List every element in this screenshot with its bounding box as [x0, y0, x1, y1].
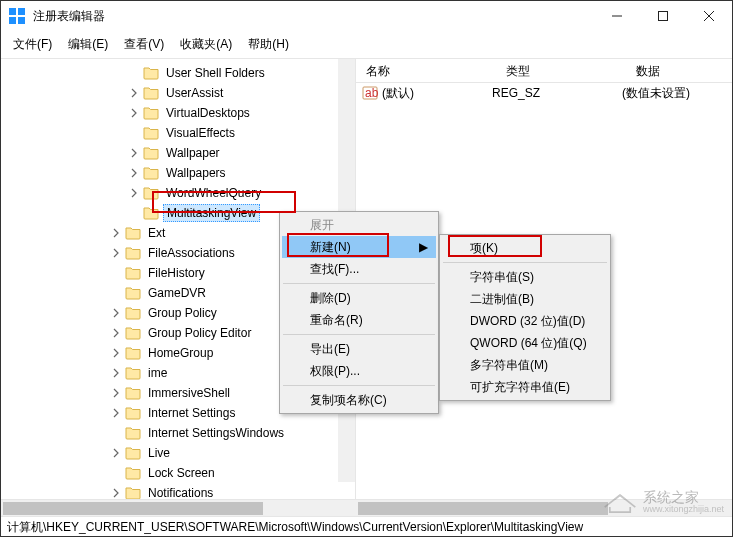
tree-expand-icon[interactable] — [127, 86, 141, 100]
menu-edit[interactable]: 编辑(E) — [62, 33, 114, 56]
folder-icon — [143, 126, 159, 140]
tree-expand-icon[interactable] — [109, 366, 123, 380]
ctx-new[interactable]: 新建(N) ▶ — [282, 236, 436, 258]
tree-node-label: Group Policy Editor — [145, 325, 254, 341]
tree-expand-icon[interactable] — [127, 186, 141, 200]
menubar: 文件(F) 编辑(E) 查看(V) 收藏夹(A) 帮助(H) — [1, 31, 732, 59]
separator — [283, 283, 435, 284]
folder-icon — [143, 166, 159, 180]
menu-favorites[interactable]: 收藏夹(A) — [174, 33, 238, 56]
tree-node[interactable]: VisualEffects — [1, 123, 355, 143]
tree-node-label: Group Policy — [145, 305, 220, 321]
ctx-new-expandstring[interactable]: 可扩充字符串值(E) — [442, 376, 608, 398]
ctx-delete[interactable]: 删除(D) — [282, 287, 436, 309]
tree-expand-icon[interactable] — [109, 226, 123, 240]
column-header-name[interactable]: 名称 — [356, 59, 496, 82]
separator — [283, 334, 435, 335]
ctx-new-dword[interactable]: DWORD (32 位)值(D) — [442, 310, 608, 332]
list-scrollbar-horizontal[interactable] — [356, 499, 732, 516]
tree-node[interactable]: User Shell Folders — [1, 63, 355, 83]
tree-expand-icon[interactable] — [109, 406, 123, 420]
value-name: (默认) — [382, 85, 414, 102]
tree-expand-icon[interactable] — [127, 166, 141, 180]
svg-rect-3 — [18, 17, 25, 24]
folder-icon — [143, 206, 159, 220]
tree-expand-icon[interactable] — [109, 306, 123, 320]
ctx-new-string[interactable]: 字符串值(S) — [442, 266, 608, 288]
ctx-new-qword[interactable]: QWORD (64 位)值(Q) — [442, 332, 608, 354]
svg-rect-1 — [18, 8, 25, 15]
tree-node[interactable]: Wallpaper — [1, 143, 355, 163]
svg-rect-5 — [659, 12, 668, 21]
tree-node-label: ime — [145, 365, 170, 381]
tree-expand-icon[interactable] — [109, 386, 123, 400]
ctx-export[interactable]: 导出(E) — [282, 338, 436, 360]
string-value-icon: ab — [362, 85, 378, 101]
ctx-new-key[interactable]: 项(K) — [442, 237, 608, 259]
tree-expand-icon[interactable] — [109, 346, 123, 360]
list-header: 名称 类型 数据 — [356, 59, 732, 83]
folder-icon — [125, 386, 141, 400]
tree-expand-icon[interactable] — [109, 486, 123, 499]
minimize-button[interactable] — [594, 1, 640, 31]
folder-icon — [143, 186, 159, 200]
ctx-find[interactable]: 查找(F)... — [282, 258, 436, 280]
folder-icon — [143, 66, 159, 80]
menu-help[interactable]: 帮助(H) — [242, 33, 295, 56]
folder-icon — [125, 326, 141, 340]
tree-node[interactable]: WordWheelQuery — [1, 183, 355, 203]
tree-node-label: Wallpaper — [163, 145, 223, 161]
maximize-button[interactable] — [640, 1, 686, 31]
folder-icon — [143, 106, 159, 120]
tree-expand-icon[interactable] — [109, 326, 123, 340]
tree-node[interactable]: UserAssist — [1, 83, 355, 103]
folder-icon — [125, 366, 141, 380]
tree-node-label: FileHistory — [145, 265, 208, 281]
tree-node-label: ImmersiveShell — [145, 385, 233, 401]
tree-expand-icon[interactable] — [109, 446, 123, 460]
ctx-copy-key-name[interactable]: 复制项名称(C) — [282, 389, 436, 411]
app-icon — [9, 8, 25, 24]
tree-node[interactable]: Live — [1, 443, 355, 463]
separator — [443, 262, 607, 263]
tree-node-label: VisualEffects — [163, 125, 238, 141]
ctx-new-binary[interactable]: 二进制值(B) — [442, 288, 608, 310]
folder-icon — [143, 86, 159, 100]
tree-node[interactable]: VirtualDesktops — [1, 103, 355, 123]
folder-icon — [125, 486, 141, 499]
tree-node-label: Live — [145, 445, 173, 461]
folder-icon — [125, 406, 141, 420]
menu-view[interactable]: 查看(V) — [118, 33, 170, 56]
close-button[interactable] — [686, 1, 732, 31]
tree-node-label: Lock Screen — [145, 465, 218, 481]
ctx-new-multistring[interactable]: 多字符串值(M) — [442, 354, 608, 376]
svg-rect-0 — [9, 8, 16, 15]
tree-node[interactable]: Lock Screen — [1, 463, 355, 483]
tree-node-label: VirtualDesktops — [163, 105, 253, 121]
value-type: REG_SZ — [492, 86, 622, 100]
tree-node-label: Ext — [145, 225, 168, 241]
folder-icon — [125, 226, 141, 240]
folder-icon — [125, 446, 141, 460]
tree-node-label: Internet Settings — [145, 405, 238, 421]
tree-expand-icon[interactable] — [127, 106, 141, 120]
menu-file[interactable]: 文件(F) — [7, 33, 58, 56]
tree-node-label: FileAssociations — [145, 245, 238, 261]
window-controls — [594, 1, 732, 31]
tree-expand-icon[interactable] — [109, 246, 123, 260]
tree-node-label: MultitaskingView — [163, 204, 260, 222]
list-row[interactable]: ab (默认) REG_SZ (数值未设置) — [356, 83, 732, 103]
ctx-permissions[interactable]: 权限(P)... — [282, 360, 436, 382]
tree-node[interactable]: Internet SettingsWindows — [1, 423, 355, 443]
column-header-data[interactable]: 数据 — [626, 59, 732, 82]
tree-node[interactable]: Wallpapers — [1, 163, 355, 183]
ctx-rename[interactable]: 重命名(R) — [282, 309, 436, 331]
tree-expand-icon[interactable] — [127, 146, 141, 160]
tree-node[interactable]: Notifications — [1, 483, 355, 499]
tree-scrollbar-horizontal[interactable] — [1, 499, 356, 516]
column-header-type[interactable]: 类型 — [496, 59, 626, 82]
tree-node-label: Notifications — [145, 485, 216, 499]
status-path: 计算机\HKEY_CURRENT_USER\SOFTWARE\Microsoft… — [7, 519, 583, 536]
submenu-arrow-icon: ▶ — [419, 240, 428, 254]
ctx-expand[interactable]: 展开 — [282, 214, 436, 236]
